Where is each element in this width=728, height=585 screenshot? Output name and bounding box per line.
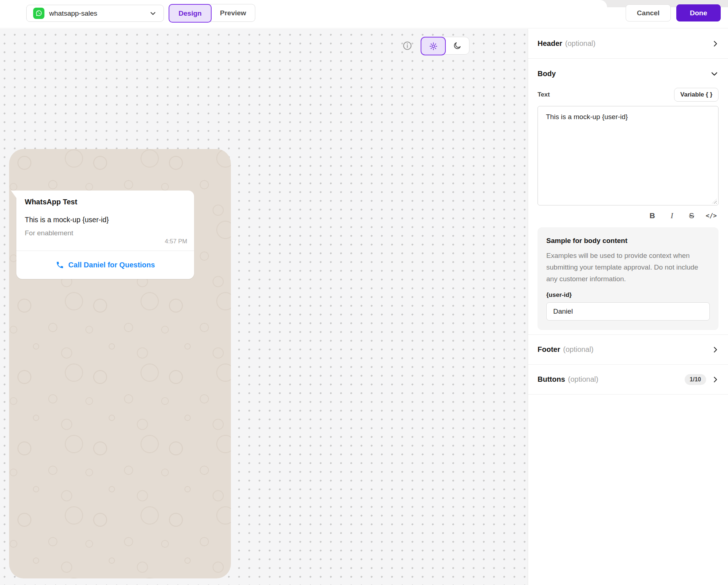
section-footer[interactable]: Footer (optional) [528,335,728,365]
section-title: Header [538,39,562,48]
canvas-tools [402,37,469,55]
optional-label: (optional) [568,375,598,384]
message-footer: For enablement [16,224,194,237]
section-buttons[interactable]: Buttons (optional) 1/10 [528,365,728,394]
sample-panel: Sample for body content Examples will be… [538,227,719,330]
section-title: Footer [538,345,560,354]
sample-variable-label: {user-id} [546,291,710,299]
format-strikethrough-button[interactable]: S [684,209,699,222]
info-icon[interactable] [402,40,413,51]
topbar: whatsapp-sales Design Preview Cancel Don… [0,0,728,28]
call-button-label: Call Daniel for Questions [68,261,155,269]
section-body: Body Text Variable { } This is a mock-up… [528,59,728,335]
chevron-down-icon [149,9,157,17]
settings-sidebar: Header (optional) Body Text Variable { }… [528,29,728,585]
chevron-down-icon [710,70,719,78]
sample-variable-input[interactable] [546,302,710,321]
message-body: This is a mock-up {user-id} [16,206,194,224]
whatsapp-icon [33,8,44,19]
whatsapp-message-bubble: WhatsApp Test This is a mock-up {user-id… [16,191,194,279]
buttons-count-badge: 1/10 [685,374,706,385]
format-code-button[interactable]: </> [704,209,719,222]
format-italic-button[interactable]: I [665,209,679,222]
design-canvas: WhatsApp Test This is a mock-up {user-id… [0,29,528,585]
format-toolbar: B I S </> [538,209,719,222]
phone-preview: WhatsApp Test This is a mock-up {user-id… [9,149,231,578]
optional-label: (optional) [565,39,595,48]
message-header: WhatsApp Test [16,191,194,206]
bubble-tail [11,191,17,199]
template-editor: whatsapp-sales Design Preview Cancel Don… [0,0,728,585]
theme-toggle [421,37,469,55]
tab-design[interactable]: Design [169,4,212,23]
message-time: 4:57 PM [165,238,187,245]
section-title: Body [538,70,556,78]
body-textarea[interactable]: This is a mock-up {user-id} [538,106,719,205]
chevron-right-icon [711,376,719,384]
light-mode-toggle[interactable] [421,37,446,55]
topbar-actions: Cancel Done [626,4,721,21]
done-button[interactable]: Done [676,4,721,21]
text-label: Text [538,91,550,98]
text-row: Text Variable { } [538,88,719,102]
mode-tabs: Design Preview [169,4,255,22]
template-selector-dropdown[interactable]: whatsapp-sales [26,5,164,22]
chevron-right-icon [711,346,719,354]
section-title: Buttons [538,375,565,384]
variable-button[interactable]: Variable { } [674,88,719,102]
sample-title: Sample for body content [546,237,710,245]
template-name: whatsapp-sales [49,9,144,17]
sample-description: Examples will be used to provide context… [546,250,710,285]
optional-label: (optional) [563,345,593,354]
cancel-button[interactable]: Cancel [626,4,671,21]
format-bold-button[interactable]: B [645,209,660,222]
body-section-header[interactable]: Body [538,59,719,85]
sun-icon [429,42,438,51]
phone-icon [56,261,64,269]
tab-preview[interactable]: Preview [211,4,255,21]
section-header[interactable]: Header (optional) [528,29,728,59]
moon-icon [453,41,462,50]
body-text-editor: This is a mock-up {user-id} [538,106,719,207]
dark-mode-toggle[interactable] [445,37,469,54]
chevron-right-icon [711,40,719,48]
call-button[interactable]: Call Daniel for Questions [16,251,194,279]
